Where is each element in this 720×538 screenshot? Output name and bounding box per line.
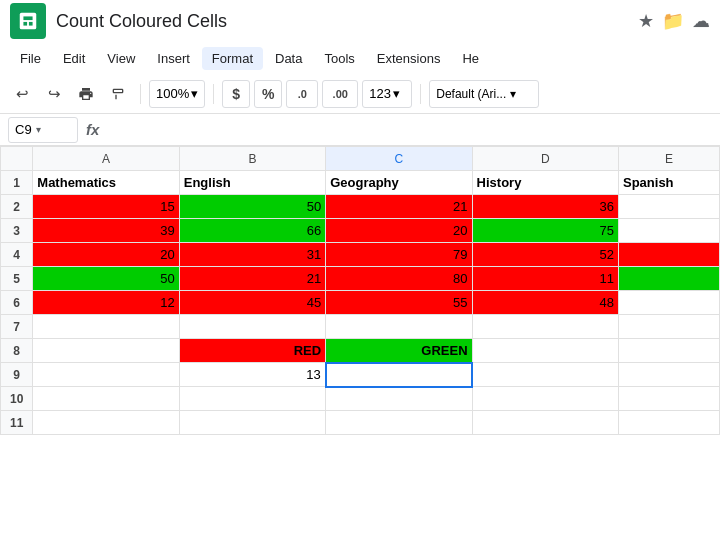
cell-B3[interactable]: 66 — [179, 219, 325, 243]
menu-edit[interactable]: Edit — [53, 47, 95, 70]
cell-B11[interactable] — [179, 411, 325, 435]
cell-E7[interactable] — [619, 315, 720, 339]
cell-ref-arrow: ▾ — [36, 124, 41, 135]
menu-help[interactable]: He — [452, 47, 489, 70]
cloud-icon[interactable]: ☁ — [692, 10, 710, 32]
row-number-6: 6 — [1, 291, 33, 315]
cell-A3[interactable]: 39 — [33, 219, 179, 243]
folder-icon[interactable]: 📁 — [662, 10, 684, 32]
dec-decrease-button[interactable]: .0 — [286, 80, 318, 108]
cell-C1[interactable]: Geography — [326, 171, 472, 195]
cell-D5[interactable]: 11 — [472, 267, 618, 291]
cell-A4[interactable]: 20 — [33, 243, 179, 267]
zoom-arrow: ▾ — [191, 86, 198, 101]
cell-C11[interactable] — [326, 411, 472, 435]
redo-button[interactable]: ↪ — [40, 80, 68, 108]
cell-D11[interactable] — [472, 411, 618, 435]
menu-view[interactable]: View — [97, 47, 145, 70]
toolbar-divider-3 — [420, 84, 421, 104]
col-header-B[interactable]: B — [179, 147, 325, 171]
cell-C6[interactable]: 55 — [326, 291, 472, 315]
row-number-1: 1 — [1, 171, 33, 195]
cell-E6[interactable] — [619, 291, 720, 315]
cell-A8[interactable] — [33, 339, 179, 363]
cell-A6[interactable]: 12 — [33, 291, 179, 315]
cell-D3[interactable]: 75 — [472, 219, 618, 243]
col-header-E[interactable]: E — [619, 147, 720, 171]
row-number-7: 7 — [1, 315, 33, 339]
cell-C3[interactable]: 20 — [326, 219, 472, 243]
col-header-C[interactable]: C — [326, 147, 472, 171]
cell-reference-box[interactable]: C9 ▾ — [8, 117, 78, 143]
cell-E10[interactable] — [619, 387, 720, 411]
cell-B7[interactable] — [179, 315, 325, 339]
cell-E8[interactable] — [619, 339, 720, 363]
cell-B5[interactable]: 21 — [179, 267, 325, 291]
cell-A11[interactable] — [33, 411, 179, 435]
font-family-selector[interactable]: Default (Ari... ▾ — [429, 80, 539, 108]
cell-A2[interactable]: 15 — [33, 195, 179, 219]
menu-extensions[interactable]: Extensions — [367, 47, 451, 70]
undo-button[interactable]: ↩ — [8, 80, 36, 108]
cell-E5[interactable] — [619, 267, 720, 291]
cell-B8[interactable]: RED — [179, 339, 325, 363]
cell-C7[interactable] — [326, 315, 472, 339]
menu-tools[interactable]: Tools — [314, 47, 364, 70]
cell-C4[interactable]: 79 — [326, 243, 472, 267]
cell-E3[interactable] — [619, 219, 720, 243]
cell-A1[interactable]: Mathematics — [33, 171, 179, 195]
cell-C5[interactable]: 80 — [326, 267, 472, 291]
cell-D9[interactable] — [472, 363, 618, 387]
cell-B4[interactable]: 31 — [179, 243, 325, 267]
spreadsheet: A B C D E 1MathematicsEnglishGeographyHi… — [0, 146, 720, 435]
cell-E1[interactable]: Spanish — [619, 171, 720, 195]
spreadsheet-table: A B C D E 1MathematicsEnglishGeographyHi… — [0, 146, 720, 435]
cell-D10[interactable] — [472, 387, 618, 411]
cell-B2[interactable]: 50 — [179, 195, 325, 219]
col-header-A[interactable]: A — [33, 147, 179, 171]
cell-E11[interactable] — [619, 411, 720, 435]
cell-D6[interactable]: 48 — [472, 291, 618, 315]
cell-C9[interactable] — [326, 363, 472, 387]
cell-E2[interactable] — [619, 195, 720, 219]
table-row: 612455548 — [1, 291, 720, 315]
cell-B1[interactable]: English — [179, 171, 325, 195]
star-icon[interactable]: ★ — [638, 10, 654, 32]
dec-increase-button[interactable]: .00 — [322, 80, 358, 108]
cell-C10[interactable] — [326, 387, 472, 411]
more-formats-selector[interactable]: 123 ▾ — [362, 80, 412, 108]
cell-B9[interactable]: 13 — [179, 363, 325, 387]
cell-B10[interactable] — [179, 387, 325, 411]
cell-D2[interactable]: 36 — [472, 195, 618, 219]
table-row: 339662075 — [1, 219, 720, 243]
row-number-8: 8 — [1, 339, 33, 363]
cell-C2[interactable]: 21 — [326, 195, 472, 219]
cell-A10[interactable] — [33, 387, 179, 411]
cell-E4[interactable] — [619, 243, 720, 267]
cell-D4[interactable]: 52 — [472, 243, 618, 267]
cell-A9[interactable] — [33, 363, 179, 387]
fx-icon: fx — [86, 121, 99, 138]
col-header-D[interactable]: D — [472, 147, 618, 171]
menu-format[interactable]: Format — [202, 47, 263, 70]
menu-data[interactable]: Data — [265, 47, 312, 70]
dollar-button[interactable]: $ — [222, 80, 250, 108]
cell-D1[interactable]: History — [472, 171, 618, 195]
svg-rect-2 — [23, 22, 27, 26]
font-family-label: Default (Ari... — [436, 87, 506, 101]
cell-A7[interactable] — [33, 315, 179, 339]
zoom-selector[interactable]: 100% ▾ — [149, 80, 205, 108]
cell-C8[interactable]: GREEN — [326, 339, 472, 363]
cell-B6[interactable]: 45 — [179, 291, 325, 315]
cell-D8[interactable] — [472, 339, 618, 363]
cell-E9[interactable] — [619, 363, 720, 387]
formula-input[interactable] — [107, 122, 712, 137]
print-button[interactable] — [72, 80, 100, 108]
paint-format-button[interactable] — [104, 80, 132, 108]
cell-D7[interactable] — [472, 315, 618, 339]
cell-A5[interactable]: 50 — [33, 267, 179, 291]
table-row: 1MathematicsEnglishGeographyHistorySpani… — [1, 171, 720, 195]
percent-button[interactable]: % — [254, 80, 282, 108]
menu-file[interactable]: File — [10, 47, 51, 70]
menu-insert[interactable]: Insert — [147, 47, 200, 70]
